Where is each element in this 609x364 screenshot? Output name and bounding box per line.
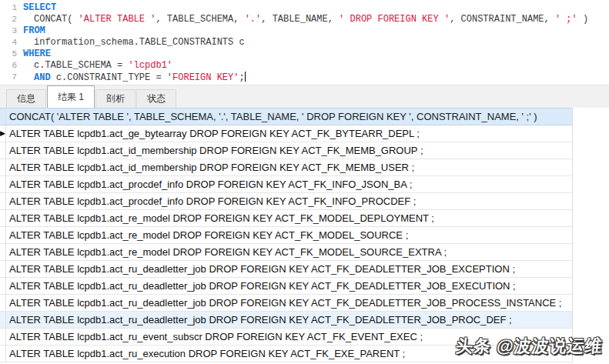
row-marker [0,346,6,362]
code-token-plain: c.CONSTRAINT_TYPE = [51,72,167,83]
code-token-plain: c.TABLE_SCHEMA = [34,60,128,71]
code-line-1: 1SELECT [0,2,609,14]
code-line-3: 3FROM [0,25,609,37]
row-marker [0,295,6,311]
code-text: CONCAT( 'ALTER TABLE ', TABLE_SCHEMA, '.… [23,14,609,25]
result-cell[interactable]: ALTER TABLE lcpdb1.act_procdef_info DROP… [6,193,572,209]
code-text: FROM [23,25,609,37]
result-cell[interactable]: ALTER TABLE lcpdb1.act_procdef_info DROP… [6,176,572,192]
code-line-4: 4information_schema.TABLE_CONSTRAINTS c [0,37,609,48]
row-marker [0,329,6,345]
line-number: 1 [0,2,23,14]
result-cell[interactable]: ALTER TABLE lcpdb1.act_re_model DROP FOR… [6,227,572,243]
result-cell[interactable]: ALTER TABLE lcpdb1.act_ru_event_subscr D… [6,329,572,345]
result-cell[interactable]: ALTER TABLE lcpdb1.act_ru_deadletter_job… [6,295,572,311]
row-marker [0,193,6,209]
line-number: 6 [0,60,23,72]
table-row[interactable]: ALTER TABLE lcpdb1.act_re_model DROP FOR… [0,244,572,261]
code-token-plain: ) [577,14,588,25]
row-marker [0,142,6,159]
table-row[interactable]: ALTER TABLE lcpdb1.act_re_model DROP FOR… [0,227,572,244]
current-row-arrow-icon: ▶ [0,128,5,139]
text-caret [245,72,246,82]
result-cell[interactable]: ALTER TABLE lcpdb1.act_id_membership DRO… [6,142,572,159]
result-tab-bar: 信息结果 1剖析状态 [0,85,609,108]
result-cell[interactable]: ALTER TABLE lcpdb1.act_ru_deadletter_job… [6,278,572,294]
row-marker [0,210,6,226]
code-line-2: 2CONCAT( 'ALTER TABLE ', TABLE_SCHEMA, '… [0,14,609,25]
code-line-7: 7AND c.CONSTRAINT_TYPE = 'FOREIGN KEY'; [0,72,609,83]
code-token-plain: CONCAT( [34,14,79,25]
row-marker: ▶ [0,125,6,142]
code-token-str: ' ;' [555,14,577,25]
table-row[interactable]: ALTER TABLE lcpdb1.act_ru_execution DROP… [0,346,572,362]
result-grid: CONCAT( 'ALTER TABLE ', TABLE_SCHEMA, '.… [0,108,573,362]
grid-column-header[interactable]: CONCAT( 'ALTER TABLE ', TABLE_SCHEMA, '.… [0,108,572,125]
code-text: WHERE [23,48,609,60]
code-token-plain: , CONSTRAINT_NAME, [450,14,555,25]
code-line-6: 6c.TABLE_SCHEMA = 'lcpdb1' [0,60,609,72]
line-number: 3 [0,25,23,37]
row-marker [0,159,6,175]
code-token-plain: , TABLE_NAME, [261,14,339,25]
result-cell[interactable]: ALTER TABLE lcpdb1.act_re_model DROP FOR… [6,210,572,226]
code-text: information_schema.TABLE_CONSTRAINTS c [23,37,609,48]
row-marker [0,261,6,277]
row-marker [0,312,6,328]
row-marker-header [0,109,6,125]
sql-editor[interactable]: 1SELECT2CONCAT( 'ALTER TABLE ', TABLE_SC… [0,0,609,85]
code-token-kw: FROM [23,25,45,36]
code-token-kw: WHERE [23,48,51,59]
row-marker [0,227,6,243]
code-token-plain: , TABLE_SCHEMA, [156,14,244,25]
tab-profile[interactable]: 剖析 [95,89,136,108]
result-cell[interactable]: ALTER TABLE lcpdb1.act_id_membership DRO… [6,159,572,175]
code-line-5: 5WHERE [0,48,609,60]
code-token-plain: ; [239,72,244,83]
result-cell[interactable]: ALTER TABLE lcpdb1.act_ge_bytearray DROP… [6,125,572,142]
table-row[interactable]: ALTER TABLE lcpdb1.act_ru_event_subscr D… [0,329,572,346]
row-marker [0,244,6,260]
code-token-kw: SELECT [23,2,56,13]
result-cell[interactable]: ALTER TABLE lcpdb1.act_ru_deadletter_job… [6,312,572,328]
table-row[interactable]: ALTER TABLE lcpdb1.act_ru_deadletter_job… [0,312,572,329]
row-marker [0,176,6,192]
result-cell[interactable]: ALTER TABLE lcpdb1.act_re_model DROP FOR… [6,244,572,260]
table-row[interactable]: ALTER TABLE lcpdb1.act_re_model DROP FOR… [0,210,572,227]
sql-query-app: 1SELECT2CONCAT( 'ALTER TABLE ', TABLE_SC… [0,0,609,364]
grid-column-header-label: CONCAT( 'ALTER TABLE ', TABLE_SCHEMA, '.… [6,109,572,125]
code-token-str: 'FOREIGN KEY' [167,72,239,83]
tab-status[interactable]: 状态 [136,89,176,108]
table-row[interactable]: ALTER TABLE lcpdb1.act_ru_deadletter_job… [0,295,572,312]
line-number: 4 [0,37,23,48]
grid-rows: ▶ALTER TABLE lcpdb1.act_ge_bytearray DRO… [0,125,572,362]
table-row[interactable]: ALTER TABLE lcpdb1.act_procdef_info DROP… [0,193,572,210]
code-text: SELECT [23,2,609,14]
result-cell[interactable]: ALTER TABLE lcpdb1.act_ru_deadletter_job… [6,261,572,277]
table-row[interactable]: ALTER TABLE lcpdb1.act_id_membership DRO… [0,142,572,159]
table-row[interactable]: ALTER TABLE lcpdb1.act_ru_deadletter_job… [0,261,572,278]
table-row[interactable]: ALTER TABLE lcpdb1.act_procdef_info DROP… [0,176,572,193]
code-token-str: 'ALTER TABLE ' [79,14,156,25]
code-text: AND c.CONSTRAINT_TYPE = 'FOREIGN KEY'; [23,72,609,83]
tab-result-1[interactable]: 结果 1 [47,85,95,108]
tab-info[interactable]: 信息 [6,89,46,108]
code-token-kw: AND [34,72,51,83]
line-number: 2 [0,14,23,25]
table-row[interactable]: ▶ALTER TABLE lcpdb1.act_ge_bytearray DRO… [0,125,572,142]
table-row[interactable]: ALTER TABLE lcpdb1.act_id_membership DRO… [0,159,572,176]
code-text: c.TABLE_SCHEMA = 'lcpdb1' [23,60,609,72]
result-cell[interactable]: ALTER TABLE lcpdb1.act_ru_execution DROP… [6,346,572,362]
row-marker [0,278,6,294]
code-token-plain: information_schema.TABLE_CONSTRAINTS c [34,37,245,48]
line-number: 5 [0,48,23,60]
table-row[interactable]: ALTER TABLE lcpdb1.act_ru_deadletter_job… [0,278,572,295]
code-token-str: 'lcpdb1' [128,60,172,71]
line-number: 7 [0,72,23,83]
code-token-str: ' DROP FOREIGN KEY ' [339,14,450,25]
code-token-str: '.' [245,14,262,25]
